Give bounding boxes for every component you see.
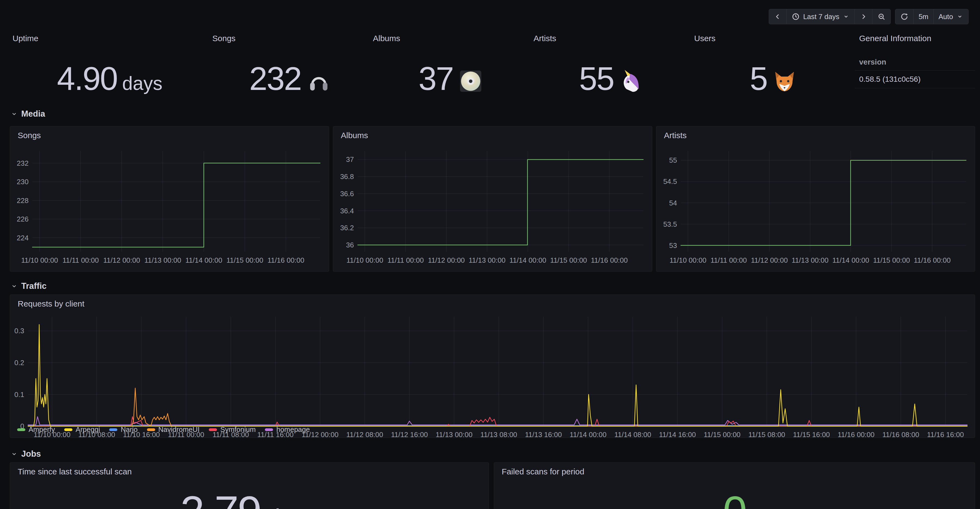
section-title: Traffic — [21, 281, 46, 291]
panel-title[interactable]: Songs — [18, 131, 41, 140]
failed-scans-value: 0 — [723, 488, 746, 509]
stat-panel-albums: Albums 37 — [370, 34, 531, 115]
section-title: Jobs — [21, 449, 41, 459]
svg-text:11/15 08:00: 11/15 08:00 — [748, 431, 785, 439]
section-header-jobs[interactable]: Jobs — [11, 449, 41, 459]
svg-text:36.8: 36.8 — [340, 172, 354, 181]
svg-text:11/16 00:00: 11/16 00:00 — [838, 431, 874, 439]
stat-panel-uptime: Uptime 4.90 days — [10, 34, 210, 115]
songs-chart[interactable]: 11/10 00:0011/11 00:0011/12 00:0011/13 0… — [14, 144, 326, 269]
svg-text:37: 37 — [346, 155, 354, 163]
svg-text:230: 230 — [17, 178, 29, 186]
legend-item-symfonium[interactable]: Symfonium — [209, 425, 256, 434]
svg-text:11/15 00:00: 11/15 00:00 — [550, 256, 587, 264]
svg-text:11/11 00:00: 11/11 00:00 — [711, 256, 747, 264]
legend-swatch — [64, 428, 72, 431]
svg-text:11/11 00:00: 11/11 00:00 — [62, 256, 99, 264]
svg-text:11/10 00:00: 11/10 00:00 — [21, 256, 58, 264]
svg-text:11/12 00:00: 11/12 00:00 — [428, 256, 465, 264]
general-information-panel: General Information version 0.58.5 (131c… — [855, 34, 975, 115]
legend-item-navidromeui[interactable]: NavidromeUI — [147, 425, 200, 434]
chevron-down-icon — [843, 13, 850, 20]
refresh-button[interactable] — [895, 9, 913, 24]
svg-text:11/13 00:00: 11/13 00:00 — [468, 256, 505, 264]
svg-text:11/16 00:00: 11/16 00:00 — [267, 256, 304, 264]
traffic-chart[interactable]: 11/10 00:0011/10 08:0011/10 16:0011/11 0… — [14, 312, 972, 440]
refresh-icon — [900, 13, 908, 21]
svg-text:36.6: 36.6 — [340, 190, 354, 198]
stat-panel-artists: Artists 55 — [531, 34, 692, 115]
svg-text:11/14 00:00: 11/14 00:00 — [185, 256, 222, 264]
refresh-mode-dropdown[interactable]: Auto — [934, 9, 969, 24]
legend-swatch — [109, 428, 117, 431]
stat-title: Songs — [210, 34, 370, 43]
legend-label: NavidromeUI — [158, 425, 200, 434]
stat-value: 4.90 — [57, 61, 117, 96]
artists-panel: Artists 11/10 00:0011/11 00:0011/12 00:0… — [656, 126, 975, 272]
artists-chart[interactable]: 11/10 00:0011/11 00:0011/12 00:0011/13 0… — [660, 144, 972, 269]
legend-swatch — [147, 428, 155, 431]
zoom-out-icon — [877, 13, 886, 21]
svg-text:11/13 00:00: 11/13 00:00 — [144, 256, 181, 264]
svg-text:54: 54 — [669, 199, 677, 207]
svg-text:11/15 00:00: 11/15 00:00 — [873, 256, 910, 264]
svg-text:11/16 00:00: 11/16 00:00 — [591, 256, 628, 264]
stat-value: 232 — [249, 61, 301, 96]
stat-title: Uptime — [10, 34, 210, 43]
svg-text:11/16 16:00: 11/16 16:00 — [927, 431, 964, 439]
stat-panel-songs: Songs 232 — [210, 34, 370, 115]
panel-title[interactable]: Albums — [341, 131, 368, 140]
svg-text:11/11 00:00: 11/11 00:00 — [387, 256, 424, 264]
svg-text:11/14 16:00: 11/14 16:00 — [659, 431, 696, 439]
legend-item-narjo[interactable]: Narjo — [109, 425, 137, 434]
scan-age-value: 2.79 — [180, 488, 261, 509]
legend-item-homepage[interactable]: homepage — [265, 425, 310, 434]
stat-title: Artists — [531, 34, 692, 43]
svg-text:228: 228 — [17, 196, 29, 205]
legend-swatch — [17, 428, 25, 431]
section-title: Media — [21, 109, 45, 119]
legend-label: homepage — [276, 425, 310, 434]
svg-text:36.4: 36.4 — [340, 207, 354, 215]
panel-title[interactable]: Time since last successful scan — [18, 467, 132, 476]
svg-text:11/14 00:00: 11/14 00:00 — [832, 256, 869, 264]
svg-text:11/10 00:00: 11/10 00:00 — [670, 256, 706, 264]
svg-text:53: 53 — [669, 241, 677, 250]
panel-title[interactable]: Failed scans for period — [502, 467, 584, 476]
time-range-picker-button[interactable]: Last 7 days — [786, 9, 854, 24]
time-range-label: Last 7 days — [803, 13, 839, 21]
svg-text:36: 36 — [346, 241, 354, 249]
svg-text:224: 224 — [17, 234, 29, 242]
svg-text:11/10 00:00: 11/10 00:00 — [346, 256, 383, 264]
legend-item-amperfy[interactable]: Amperfy — [17, 425, 55, 434]
section-header-traffic[interactable]: Traffic — [11, 281, 46, 291]
panel-title[interactable]: Artists — [664, 131, 687, 140]
refresh-group: 5m Auto — [895, 9, 969, 24]
section-header-media[interactable]: Media — [11, 109, 45, 119]
stat-title: Albums — [370, 34, 531, 43]
svg-text:0.1: 0.1 — [14, 391, 24, 399]
time-range-group: Last 7 days — [769, 9, 891, 24]
fox-icon — [773, 69, 797, 93]
albums-chart[interactable]: 11/10 00:0011/11 00:0011/12 00:0011/13 0… — [337, 144, 649, 269]
headphones-icon — [307, 69, 331, 93]
svg-text:11/15 00:00: 11/15 00:00 — [704, 431, 740, 439]
time-shift-back-button[interactable] — [769, 9, 786, 24]
legend-item-arpeggi[interactable]: Arpeggi — [64, 425, 100, 434]
refresh-interval-label-button[interactable]: 5m — [913, 9, 933, 24]
svg-text:226: 226 — [17, 215, 29, 223]
chevron-right-icon — [860, 13, 867, 21]
stat-suffix: days — [122, 72, 162, 94]
chevron-down-icon — [11, 283, 18, 289]
stats-row: Uptime 4.90 days Songs 232 Albums 37 — [10, 34, 975, 115]
svg-text:11/14 08:00: 11/14 08:00 — [614, 431, 651, 439]
svg-text:11/13 00:00: 11/13 00:00 — [792, 256, 828, 264]
legend-swatch — [209, 428, 217, 431]
refresh-interval-label: 5m — [918, 13, 928, 21]
traffic-legend: AmperfyArpeggiNarjoNavidromeUISymfoniumh… — [17, 425, 310, 434]
albums-panel: Albums 11/10 00:0011/11 00:0011/12 00:00… — [333, 126, 652, 272]
zoom-out-time-button[interactable] — [872, 9, 891, 24]
panel-title[interactable]: Requests by client — [18, 299, 84, 308]
time-shift-forward-button[interactable] — [854, 9, 872, 24]
panel-title[interactable]: General Information — [855, 34, 975, 43]
